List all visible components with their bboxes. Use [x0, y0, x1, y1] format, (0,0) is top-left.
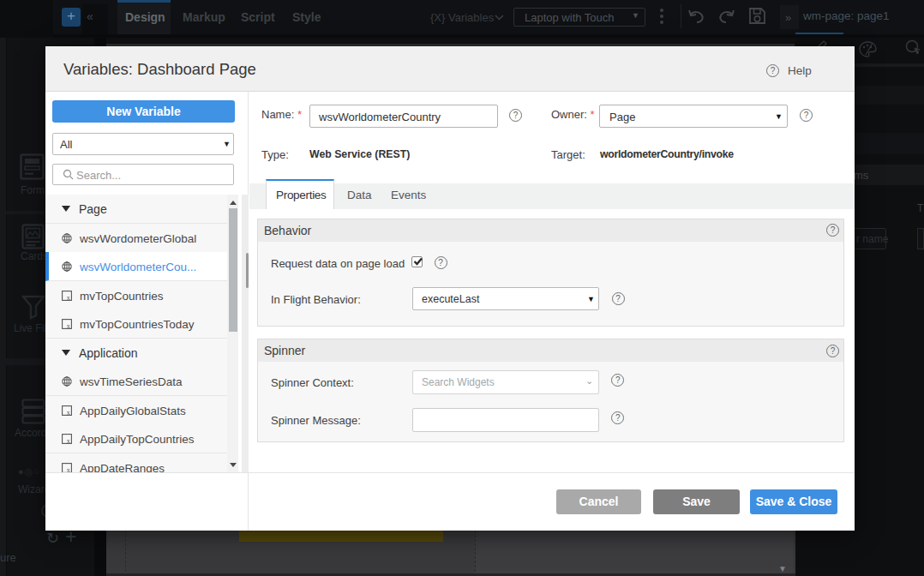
svg-text:x: x — [67, 293, 70, 300]
svg-text:x: x — [67, 408, 70, 415]
svg-text:x: x — [67, 465, 70, 472]
svg-text:x: x — [67, 321, 70, 328]
svg-text:x: x — [67, 436, 70, 443]
